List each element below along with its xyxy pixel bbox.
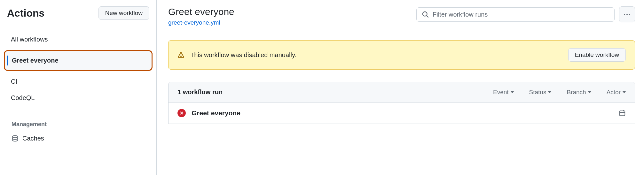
run-row[interactable]: Greet everyone [169,103,635,124]
caret-down-icon [588,91,591,93]
sidebar-item-all-workflows[interactable]: All workflows [0,31,156,48]
database-icon [12,135,19,142]
caret-down-icon [623,91,626,93]
enable-workflow-button[interactable]: Enable workflow [568,48,626,62]
sidebar-item-greet-everyone[interactable]: Greet everyone [4,50,153,71]
runs-table: 1 workflow run Event Status [168,82,635,124]
caret-down-icon [548,91,551,93]
runs-count: 1 workflow run [177,88,223,96]
sidebar-item-label: Caches [22,135,44,142]
kebab-icon [624,13,631,15]
filter-label: Event [493,89,509,96]
sidebar-item-ci[interactable]: CI [0,73,156,90]
sidebar-title: Actions [7,7,44,19]
alert-icon [177,51,185,58]
svg-point-3 [624,14,625,15]
filter-branch[interactable]: Branch [567,89,591,96]
filter-label: Status [529,89,546,96]
run-title: Greet everyone [192,109,240,117]
page-title: Greet everyone [168,6,234,17]
svg-point-5 [629,14,630,15]
svg-line-2 [427,16,428,18]
workflow-file-link[interactable]: greet-everyone.yml [168,19,220,26]
main-content: Greet everyone greet-everyone.yml [157,0,644,175]
filter-actor[interactable]: Actor [607,89,626,96]
banner-message: This workflow was disabled manually. [190,51,296,59]
svg-point-1 [423,12,427,16]
filter-label: Actor [607,89,621,96]
sidebar-item-codeql[interactable]: CodeQL [0,90,156,106]
sidebar: Actions New workflow All workflows Greet… [0,0,157,175]
filter-status[interactable]: Status [529,89,552,96]
search-input-wrap[interactable] [416,7,615,22]
calendar-icon [619,110,626,117]
new-workflow-button[interactable]: New workflow [98,6,149,20]
workflow-nav: All workflows Greet everyone CI CodeQL [0,31,156,106]
disabled-banner: This workflow was disabled manually. Ena… [168,40,635,70]
svg-point-4 [626,14,628,15]
search-input[interactable] [433,11,609,18]
caret-down-icon [511,91,514,93]
status-failure-icon [177,109,186,117]
svg-point-0 [12,135,18,138]
filter-event[interactable]: Event [493,89,514,96]
sidebar-item-caches[interactable]: Caches [6,131,151,146]
svg-point-7 [181,56,181,57]
filter-label: Branch [567,89,586,96]
search-icon [422,11,429,18]
divider [6,112,151,112]
svg-rect-10 [620,111,625,116]
management-heading: Management [6,118,151,131]
kebab-menu-button[interactable] [619,6,635,22]
